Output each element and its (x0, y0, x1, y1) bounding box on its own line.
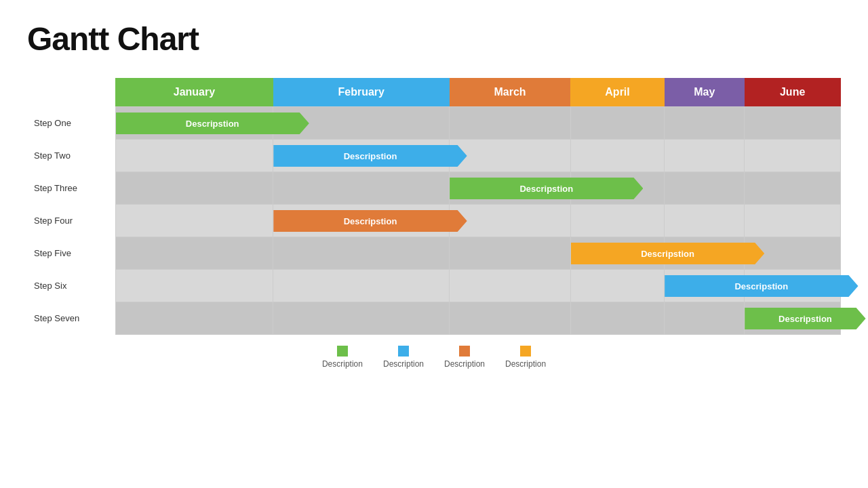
bar-label: Descripstion (344, 151, 397, 161)
chart-cell (570, 205, 664, 237)
gantt-bar: Descripstion (273, 145, 467, 167)
chart-cell (665, 107, 745, 140)
chart-table: January February March April May June St… (27, 78, 841, 335)
legend-item: Description (383, 346, 424, 369)
legend-color-box (337, 346, 348, 357)
gantt-bar: Descripstion (665, 275, 858, 297)
step-label: Step Two (27, 140, 115, 172)
chart-cell (745, 140, 841, 172)
table-row: Step TwoDescripstion (27, 140, 841, 172)
chart-cell (570, 270, 664, 302)
chart-cell (745, 205, 841, 237)
page-title: Gantt Chart (27, 20, 841, 58)
step-label: Step Seven (27, 302, 115, 335)
chart-cell (115, 172, 273, 205)
header-june: June (745, 78, 841, 107)
legend-color-box (459, 346, 470, 357)
chart-cell: Descripstion (570, 237, 664, 270)
legend: DescriptionDescriptionDescriptionDescrip… (27, 346, 841, 369)
chart-cell (115, 237, 273, 270)
bar-label: Descripstion (344, 216, 397, 226)
chart-cell (450, 107, 571, 140)
header-row: January February March April May June (27, 78, 841, 107)
bar-label: Descripstion (186, 119, 239, 129)
legend-label: Description (383, 359, 424, 369)
chart-cell: Descripstion (115, 107, 273, 140)
legend-item: Description (505, 346, 546, 369)
step-label: Step Four (27, 205, 115, 237)
page: Gantt Chart January February March April (0, 0, 868, 488)
step-label: Step One (27, 107, 115, 140)
legend-label: Description (444, 359, 485, 369)
table-row: Step FiveDescripstion (27, 237, 841, 270)
header-january: January (115, 78, 273, 107)
chart-cell (273, 237, 450, 270)
bar-label: Descripstion (519, 184, 573, 194)
chart-cell (273, 302, 450, 335)
chart-cell (450, 140, 571, 172)
chart-cell (570, 107, 664, 140)
table-row: Step ThreeDescripstion (27, 172, 841, 205)
chart-cell (665, 302, 745, 335)
legend-label: Description (505, 359, 546, 369)
chart-cell: Descripstion (273, 140, 450, 172)
chart-cell: Descripstion (745, 302, 841, 335)
gantt-bar: Descripstion (450, 178, 643, 199)
table-row: Step OneDescripstion (27, 107, 841, 140)
gantt-bar: Descripstion (273, 210, 467, 232)
step-label: Step Three (27, 172, 115, 205)
chart-cell (745, 172, 841, 205)
chart-cell (273, 270, 450, 302)
chart-cell (570, 302, 664, 335)
chart-cell (665, 140, 745, 172)
chart-cell (450, 237, 571, 270)
legend-color-box (520, 346, 531, 357)
gantt-bar: Descripstion (116, 113, 309, 134)
chart-cell: Descripstion (665, 270, 745, 302)
table-row: Step SixDescripstion (27, 270, 841, 302)
chart-cell (115, 205, 273, 237)
gantt-bar: Descripstion (745, 308, 865, 329)
gantt-chart: January February March April May June St… (27, 78, 841, 335)
header-label-cell (27, 78, 115, 107)
chart-cell (665, 205, 745, 237)
legend-item: Description (322, 346, 363, 369)
chart-cell (450, 270, 571, 302)
chart-cell: Descripstion (273, 205, 450, 237)
table-row: Step SevenDescripstion (27, 302, 841, 335)
bar-label: Descripstion (734, 281, 788, 291)
chart-cell (115, 302, 273, 335)
legend-color-box (398, 346, 409, 357)
table-row: Step FourDescripstion (27, 205, 841, 237)
legend-label: Description (322, 359, 363, 369)
chart-cell (450, 205, 571, 237)
step-label: Step Six (27, 270, 115, 302)
chart-cell (570, 140, 664, 172)
step-label: Step Five (27, 237, 115, 270)
header-february: February (273, 78, 450, 107)
chart-cell (115, 140, 273, 172)
chart-cell (450, 302, 571, 335)
header-march: March (450, 78, 571, 107)
gantt-bar: Descripstion (571, 243, 764, 264)
chart-cell (115, 270, 273, 302)
bar-label: Descripstion (641, 249, 694, 259)
bar-label: Descripstion (778, 314, 832, 324)
chart-cell (665, 172, 745, 205)
header-april: April (570, 78, 664, 107)
header-may: May (665, 78, 745, 107)
chart-cell (745, 107, 841, 140)
legend-item: Description (444, 346, 485, 369)
chart-cell: Descripstion (450, 172, 571, 205)
chart-cell (273, 172, 450, 205)
